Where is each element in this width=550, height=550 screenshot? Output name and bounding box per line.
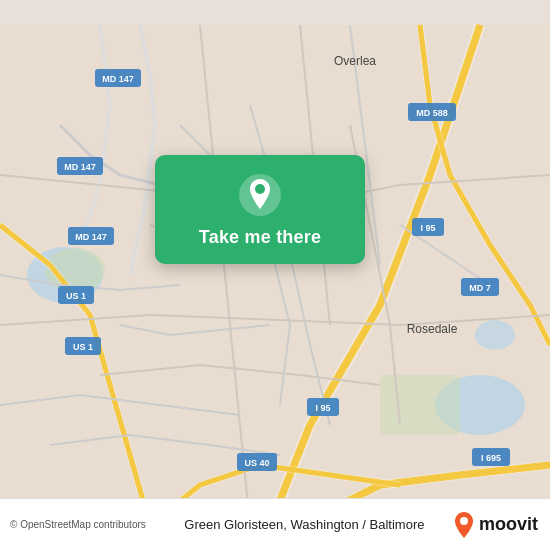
location-title: Green Gloristeen, Washington / Baltimore xyxy=(146,517,453,532)
svg-point-32 xyxy=(460,517,468,525)
svg-text:MD 7: MD 7 xyxy=(469,283,491,293)
svg-point-31 xyxy=(255,184,265,194)
svg-text:Overlea: Overlea xyxy=(334,54,376,68)
svg-text:I 695: I 695 xyxy=(481,453,501,463)
card-overlay: Take me there xyxy=(155,155,365,264)
svg-text:US 1: US 1 xyxy=(73,342,93,352)
svg-text:I 95: I 95 xyxy=(420,223,435,233)
footer-bar: © OpenStreetMap contributors Green Glori… xyxy=(0,498,550,550)
location-pin-icon xyxy=(238,173,282,217)
svg-text:MD 147: MD 147 xyxy=(102,74,134,84)
map-svg: MD 147 MD 147 MD 147 MD 588 I 95 I 95 I … xyxy=(0,0,550,550)
moovit-brand-text: moovit xyxy=(479,514,538,535)
map-attribution: © OpenStreetMap contributors xyxy=(10,519,146,530)
svg-text:I 95: I 95 xyxy=(315,403,330,413)
svg-text:MD 147: MD 147 xyxy=(64,162,96,172)
svg-text:US 40: US 40 xyxy=(244,458,269,468)
map-container: MD 147 MD 147 MD 147 MD 588 I 95 I 95 I … xyxy=(0,0,550,550)
svg-point-3 xyxy=(475,320,515,350)
svg-text:MD 147: MD 147 xyxy=(75,232,107,242)
take-me-there-button[interactable]: Take me there xyxy=(199,227,321,248)
svg-text:Rosedale: Rosedale xyxy=(407,322,458,336)
moovit-logo: moovit xyxy=(453,511,538,539)
moovit-pin-icon xyxy=(453,511,475,539)
svg-text:US 1: US 1 xyxy=(66,291,86,301)
svg-rect-5 xyxy=(380,375,460,435)
svg-text:MD 588: MD 588 xyxy=(416,108,448,118)
